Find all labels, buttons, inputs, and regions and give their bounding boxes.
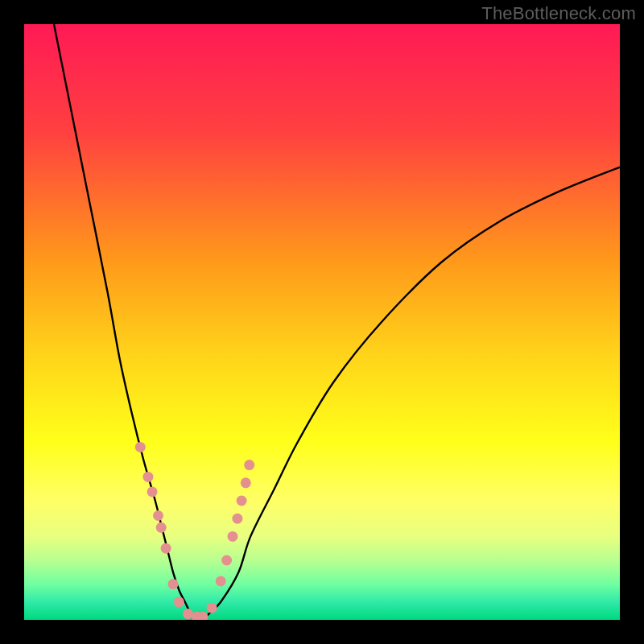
chart-frame: TheBottleneck.com [0, 0, 644, 644]
plot-area [24, 24, 620, 620]
marker-dot [228, 531, 238, 542]
marker-dot [237, 496, 247, 506]
marker-dots-group [135, 442, 254, 620]
marker-dot [216, 576, 226, 586]
marker-dot [153, 510, 163, 521]
marker-dot [232, 514, 242, 524]
bottleneck-curve [54, 24, 620, 620]
marker-dot [207, 603, 217, 613]
marker-dot [168, 579, 179, 589]
marker-dot [244, 460, 254, 470]
marker-dot [183, 609, 193, 619]
curve-layer [24, 24, 620, 620]
marker-dot [174, 597, 184, 607]
marker-dot [161, 543, 171, 554]
marker-dot [221, 555, 232, 566]
marker-dot [147, 486, 158, 497]
marker-dot [142, 472, 153, 482]
marker-dot [241, 477, 251, 488]
watermark-text: TheBottleneck.com [481, 3, 636, 24]
marker-dot [156, 522, 167, 533]
marker-dot [135, 442, 146, 452]
